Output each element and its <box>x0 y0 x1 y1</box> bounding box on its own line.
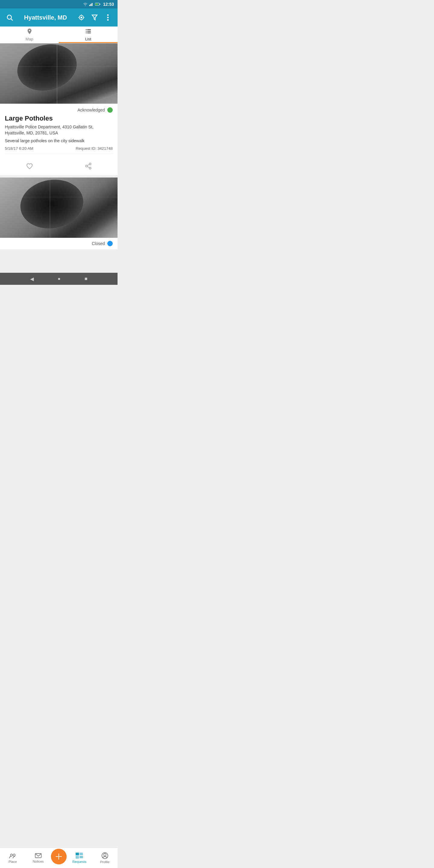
battery-icon <box>95 2 100 6</box>
signal-icon <box>89 2 93 6</box>
search-icon[interactable] <box>5 13 14 22</box>
svg-rect-2 <box>92 3 93 6</box>
card-2-image <box>0 178 118 238</box>
content-list: Acknowledged Large Potholes Hyattsville … <box>0 43 118 273</box>
svg-rect-21 <box>87 31 91 32</box>
tab-map-label: Map <box>26 37 33 41</box>
svg-point-26 <box>89 167 91 169</box>
tab-list-label: List <box>85 37 91 41</box>
tab-bar: Map List <box>0 27 118 43</box>
card-1-info: Acknowledged Large Potholes Hyattsville … <box>0 104 118 156</box>
more-options-icon[interactable] <box>103 13 113 22</box>
card-1-status-dot <box>107 107 113 113</box>
svg-marker-14 <box>92 15 97 20</box>
card-2-status-row: Closed <box>0 238 118 249</box>
svg-rect-0 <box>89 5 90 6</box>
card-1-status-label: Acknowledged <box>78 107 105 113</box>
card-1-address: Hyattsville Police Department, 4310 Gall… <box>5 124 113 136</box>
pothole-photo-2 <box>0 178 118 238</box>
tab-map[interactable]: Map <box>0 27 59 43</box>
recents-button[interactable]: ■ <box>85 276 88 281</box>
card-1-description: Several large potholes on the city sidew… <box>5 138 113 143</box>
svg-point-17 <box>107 19 109 21</box>
card-1-actions <box>0 156 118 175</box>
svg-rect-22 <box>86 32 87 33</box>
location-target-icon[interactable] <box>76 13 86 22</box>
svg-point-6 <box>7 15 11 19</box>
status-bar: 12:53 <box>0 0 118 8</box>
wifi-icon <box>83 2 88 6</box>
card-2-status-label: Closed <box>92 241 105 246</box>
svg-rect-23 <box>87 32 91 33</box>
tab-list[interactable]: List <box>59 27 118 43</box>
svg-line-7 <box>11 19 13 21</box>
card-1-title: Large Potholes <box>5 115 113 122</box>
card-1-request-id: Request ID: 3421748 <box>76 146 113 151</box>
pothole-photo-1 <box>0 43 118 104</box>
svg-point-9 <box>81 17 82 18</box>
share-button[interactable] <box>82 159 95 173</box>
home-button[interactable]: ● <box>58 276 61 281</box>
filter-icon[interactable] <box>90 13 99 22</box>
card-1-meta: 5/18/17 6:20 AM Request ID: 3421748 <box>5 146 113 154</box>
card-1-date: 5/18/17 6:20 AM <box>5 146 33 151</box>
svg-rect-18 <box>86 29 87 30</box>
request-card-1: Acknowledged Large Potholes Hyattsville … <box>0 43 118 175</box>
svg-point-15 <box>107 14 109 16</box>
like-button[interactable] <box>23 159 36 173</box>
svg-point-24 <box>89 163 91 165</box>
svg-line-28 <box>87 164 89 166</box>
svg-rect-4 <box>100 4 100 5</box>
svg-point-16 <box>107 17 109 19</box>
map-tab-icon <box>26 28 33 36</box>
svg-rect-5 <box>96 4 98 5</box>
back-button[interactable]: ◀ <box>30 276 34 282</box>
android-system-nav: ◀ ● ■ <box>0 273 118 285</box>
svg-line-27 <box>87 167 89 168</box>
svg-rect-19 <box>87 29 91 30</box>
app-bar: Hyattsville, MD <box>0 8 118 27</box>
status-icons: 12:53 <box>83 2 114 7</box>
list-tab-icon <box>85 28 92 36</box>
status-time: 12:53 <box>103 2 114 7</box>
svg-rect-20 <box>86 31 87 32</box>
card-1-image <box>0 43 118 104</box>
svg-point-25 <box>86 165 87 167</box>
app-bar-title: Hyattsville, MD <box>18 14 73 21</box>
request-card-2: Closed <box>0 178 118 249</box>
svg-rect-1 <box>90 4 91 6</box>
card-2-status-dot <box>107 241 113 246</box>
card-1-status-row: Acknowledged <box>5 107 113 113</box>
